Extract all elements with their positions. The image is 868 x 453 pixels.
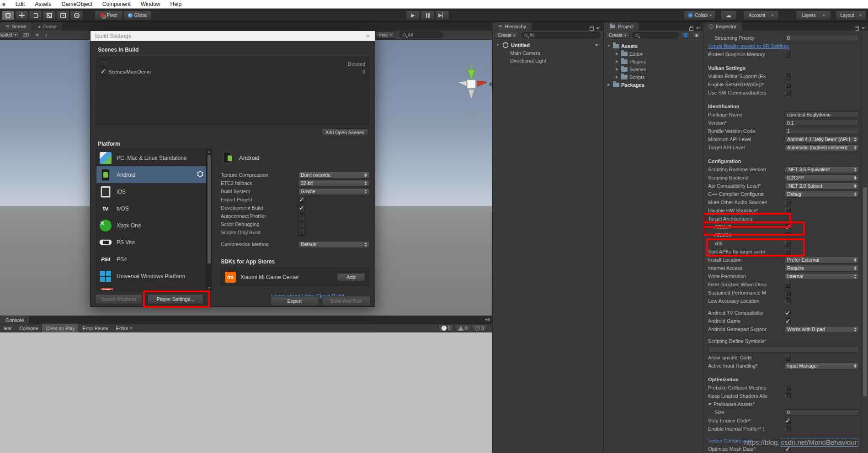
dropdown-field[interactable]: .NET 3.5 Equivalent (785, 166, 859, 173)
dropdown-field[interactable]: Works with D-pad (785, 326, 859, 333)
layout-dropdown[interactable]: Layout▾ (836, 11, 866, 20)
console-button-error-pause[interactable]: Error Pause (79, 324, 112, 332)
player-settings-button[interactable]: Player Settings... (148, 294, 203, 304)
dropdown-field[interactable]: Internal (785, 273, 859, 280)
tab-project[interactable]: Project (604, 22, 639, 31)
foldout-icon[interactable]: ▼ (607, 44, 611, 48)
add-open-scenes-button[interactable]: Add Open Scenes (321, 128, 368, 136)
lighting-toggle[interactable]: ☀ (32, 32, 43, 39)
checkbox[interactable] (785, 385, 791, 391)
menu-item-component[interactable]: Component (102, 1, 131, 7)
hand-tool-button[interactable] (1, 11, 15, 20)
dropdown-field[interactable]: Gradle (298, 188, 369, 195)
platform-list-scrollbar[interactable]: ▲ ▼ (206, 149, 211, 290)
checkbox[interactable] (785, 418, 791, 424)
layers-dropdown[interactable]: Layers▾ (796, 11, 831, 20)
scene-search-input[interactable]: All (399, 32, 443, 38)
platform-item-pc[interactable]: PC, Mac & Linux Standalone (96, 149, 211, 166)
lock-icon[interactable] (590, 27, 594, 31)
scrollbar-thumb[interactable] (863, 187, 867, 396)
pause-button[interactable] (421, 11, 435, 20)
build-settings-titlebar[interactable]: Build Settings ✕ (91, 31, 375, 41)
checkbox[interactable] (298, 197, 304, 203)
dropdown-field[interactable]: Android 4.1 'Jelly Bean' (API l (785, 136, 859, 143)
cloud-button[interactable]: ☁ (720, 11, 737, 20)
hierarchy-item-directional-light[interactable]: Directional Light (493, 57, 603, 64)
checkbox[interactable] (785, 232, 791, 238)
console-button-clear-on-play[interactable]: Clear on Play (42, 324, 79, 332)
console-button-collapse[interactable]: Collapse (16, 324, 43, 332)
scripting-define-symbols-field[interactable] (708, 346, 859, 353)
lock-icon[interactable] (689, 27, 693, 31)
move-tool-button[interactable] (15, 11, 28, 20)
menu-item-assets[interactable]: Assets (35, 1, 51, 7)
checkbox[interactable] (785, 74, 791, 79)
tab-hierarchy[interactable]: ☰ Hierarchy (493, 22, 532, 31)
scene-row-maindemo[interactable]: Scenes/MainDemo 0 (100, 68, 365, 75)
checkbox[interactable] (785, 82, 791, 88)
project-create-button[interactable]: Create▾ (606, 32, 629, 39)
foldout-icon[interactable]: ▼ (495, 43, 500, 47)
project-item-packages[interactable]: ▶ Packages (604, 81, 703, 89)
checkbox[interactable] (785, 90, 791, 96)
menu-item-edit[interactable]: Edit (16, 1, 25, 7)
checkbox[interactable] (298, 205, 304, 211)
project-item-plugins[interactable]: ▶Plugins (604, 58, 703, 65)
panel-menu-icon[interactable]: ▾≡ (596, 26, 601, 31)
dropdown-field[interactable]: 32-bit (298, 180, 369, 187)
sdk-add-button[interactable]: Add (337, 273, 365, 281)
foldout-icon[interactable] (708, 403, 712, 406)
rect-tool-button[interactable] (56, 11, 69, 20)
export-button[interactable]: Export (270, 296, 319, 306)
hierarchy-item-main-camera[interactable]: Main Camera (493, 49, 603, 57)
platform-item-webgl-partial[interactable]: HTML (96, 284, 211, 290)
checkbox[interactable] (785, 249, 791, 255)
console-panel-menu-icon[interactable]: ▾≡ (485, 317, 490, 322)
platform-item-android[interactable]: Android (96, 166, 211, 183)
console-badge-warning[interactable]: 0 (455, 325, 471, 332)
hierarchy-create-button[interactable]: Create▾ (495, 32, 518, 39)
menu-item-help[interactable]: Help (170, 1, 181, 7)
project-item-assets[interactable]: ▼ Assets (604, 42, 703, 50)
foldout-icon[interactable]: ▶ (607, 83, 611, 87)
dropdown-field[interactable]: IL2CPP (785, 174, 859, 181)
checkbox[interactable] (785, 446, 791, 452)
checkbox[interactable] (785, 224, 791, 230)
panel-menu-icon[interactable]: ▾≡ (696, 26, 700, 31)
dropdown-field[interactable]: Require (785, 265, 859, 272)
menu-item-window[interactable]: Window (141, 1, 160, 7)
platform-item-tvos[interactable]: tvtvOS (96, 200, 211, 217)
checkbox[interactable] (785, 282, 791, 288)
dropdown-field[interactable]: .NET 2.0 Subset (785, 183, 859, 190)
project-item-scripts[interactable]: ▶Scripts (604, 73, 703, 81)
inspector-scrollbar[interactable] (861, 31, 868, 453)
checkbox[interactable] (298, 213, 304, 219)
gizmos-dropdown[interactable]: mos▾ (376, 32, 395, 39)
tab-console[interactable]: Console (0, 316, 29, 324)
menu-item-e[interactable]: e (2, 1, 5, 7)
text-field[interactable]: 1 (785, 128, 859, 134)
xr-settings-link[interactable]: Virtual Reality moved to XR Settings (708, 43, 789, 49)
checkbox[interactable] (785, 426, 791, 432)
text-field[interactable]: com.test.Buglydemo (785, 111, 859, 118)
dropdown-field[interactable]: Input Manager (785, 363, 859, 369)
menu-item-gameobject[interactable]: GameObject (61, 1, 92, 7)
checkbox[interactable] (785, 298, 791, 304)
checkbox[interactable] (785, 208, 791, 214)
checkbox[interactable] (785, 241, 791, 247)
gizmo-lock-icon[interactable] (485, 68, 486, 73)
global-toggle-button[interactable]: Global (123, 11, 152, 20)
platform-item-ios[interactable]: iOS (96, 183, 211, 200)
checkbox[interactable] (298, 221, 304, 227)
checkbox[interactable] (785, 200, 791, 205)
scene-checkbox-empty[interactable] (100, 61, 106, 67)
pivot-toggle-button[interactable]: Pivot (95, 11, 123, 20)
checkbox[interactable] (785, 290, 791, 296)
tab-game[interactable]: ● Game (32, 22, 62, 31)
lock-icon[interactable] (855, 27, 859, 31)
tab-inspector[interactable]: i Inspector (703, 22, 742, 31)
console-badge-info[interactable]: !0 (472, 325, 487, 332)
project-search-input[interactable] (632, 32, 679, 38)
platform-item-xbox[interactable]: Xbox One (96, 217, 211, 234)
build-and-run-button[interactable]: Build And Run (322, 296, 371, 306)
